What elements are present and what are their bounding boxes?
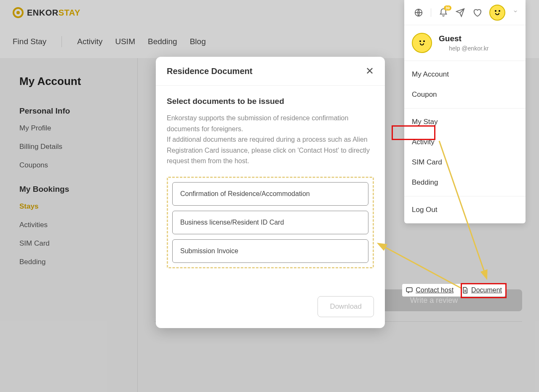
chat-icon [406,286,413,294]
dropdown-email: help @enkor.kr [449,45,488,52]
svg-rect-0 [407,288,413,292]
bell-icon[interactable]: 39 [439,8,448,17]
doc-option-confirmation[interactable]: Confirmation of Residence/Accommodation [172,182,368,206]
avatar[interactable] [489,5,505,21]
chevron-down-icon[interactable] [513,8,518,17]
document-link[interactable]: Document [461,286,502,294]
modal-subtitle: Select documents to be issued [167,97,374,106]
dd-my-account[interactable]: My Account [404,64,526,85]
send-icon[interactable] [456,8,465,17]
dd-divider [431,8,431,17]
document-label: Document [471,286,502,294]
modal-header: Residence Document ✕ [156,57,385,86]
dd-log-out[interactable]: Log Out [404,200,526,220]
booking-action-row: Contact host Document [402,284,505,297]
dropdown-username: Guest [439,34,488,43]
doc-option-business-license[interactable]: Business license/Resident ID Card [172,211,368,234]
heart-icon[interactable] [472,8,482,17]
contact-host-link[interactable]: Contact host [406,286,454,294]
dd-bedding[interactable]: Bedding [404,172,526,193]
modal-footer: Download [156,296,385,328]
dd-activity[interactable]: Activity [404,132,526,152]
dd-section-1: My Account Coupon [404,61,526,108]
dd-section-3: Log Out [404,196,526,223]
language-icon[interactable] [414,8,423,17]
residence-document-modal: Residence Document ✕ Select documents to… [156,57,385,328]
dd-sim-card[interactable]: SIM Card [404,152,526,172]
modal-body: Select documents to be issued Enkorstay … [156,86,385,279]
dropdown-avatar [412,33,432,53]
dd-my-stay[interactable]: My Stay [404,112,526,132]
dd-coupon[interactable]: Coupon [404,85,526,105]
contact-host-label: Contact host [416,286,454,294]
close-icon[interactable]: ✕ [366,66,374,76]
document-icon [461,286,469,294]
profile-dropdown: 39 Guest help @enkor.kr My Account Coupo… [404,0,526,223]
document-options-group: Confirmation of Residence/Accommodation … [167,177,374,268]
modal-title: Residence Document [167,66,252,76]
notification-badge: 39 [444,5,451,11]
modal-description: Enkorstay supports the submission of res… [167,113,374,167]
doc-option-submission-invoice[interactable]: Submission Invoice [172,239,368,263]
dropdown-profile: Guest help @enkor.kr [404,25,526,61]
download-button[interactable]: Download [318,296,374,317]
dropdown-iconbar: 39 [404,0,526,25]
dd-section-2: My Stay Activity SIM Card Bedding [404,108,526,196]
